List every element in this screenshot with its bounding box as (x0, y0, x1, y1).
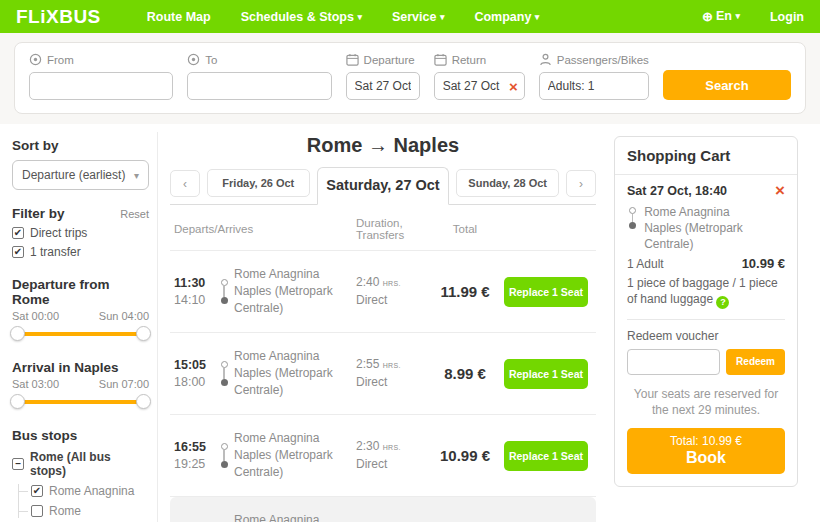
checkbox-checked-icon[interactable] (12, 246, 24, 258)
book-button[interactable]: Total: 10.99 € Book (627, 428, 785, 474)
replace-seat-button[interactable]: Replace 1 Seat (504, 441, 588, 471)
sort-select[interactable]: Departure (earliest) ▾ (12, 160, 149, 190)
trip-price: 8.99 € (426, 365, 504, 382)
route-line-icon (218, 279, 230, 304)
departure-date-input[interactable] (346, 72, 420, 100)
transfers: Direct (356, 292, 426, 309)
calendar-icon (346, 53, 359, 66)
departure-time-slider[interactable] (12, 326, 149, 342)
departure-slider-min: Sat 00:00 (12, 310, 59, 322)
route-line-icon (627, 207, 638, 252)
checkbox-indeterminate-icon[interactable] (12, 458, 24, 470)
to-input[interactable] (187, 72, 331, 100)
tab-saturday-27-oct[interactable]: Saturday, 27 Oct (317, 167, 450, 205)
content: Sort by Departure (earliest) ▾ Filter by… (0, 124, 820, 522)
passengers-input[interactable] (539, 72, 649, 100)
search-section: From To Departure Return × (0, 33, 820, 124)
departure-time: 15:05 (174, 357, 218, 374)
replace-seat-button[interactable]: Replace 1 Seat (504, 359, 588, 389)
duration: 2:55 (356, 357, 379, 371)
checkbox-checked-icon[interactable] (31, 485, 43, 497)
nav-service[interactable]: Service ▾ (392, 10, 445, 24)
return-label: Return (434, 53, 525, 66)
person-icon (539, 53, 552, 66)
slider-handle-left[interactable] (10, 326, 25, 341)
nav-company[interactable]: Company ▾ (474, 10, 539, 24)
passengers-label: Passengers/Bikes (539, 53, 649, 66)
cart-item-price: 10.99 € (742, 256, 785, 271)
slider-track (18, 332, 143, 336)
cart-to-stop: Naples (Metropark Centrale) (644, 220, 785, 252)
search-card: From To Departure Return × (14, 42, 806, 114)
trip-price: 10.99 € (426, 447, 504, 464)
book-label: Book (627, 449, 785, 467)
trip-row: 16:55 19:25 Rome Anagnina Naples (Metrop… (170, 415, 596, 497)
cart-passenger: 1 Adult (627, 257, 664, 271)
cart-total: Total: 10.99 € (627, 434, 785, 448)
tab-sunday-28-oct[interactable]: Sunday, 28 Oct (456, 169, 559, 197)
baggage-help-icon[interactable]: ? (716, 296, 729, 309)
nav-schedules-stops[interactable]: Schedules & Stops ▾ (241, 10, 362, 24)
departure-slider-title: Departure from Rome (12, 277, 149, 307)
replace-seat-button[interactable]: Replace 1 Seat (504, 277, 588, 307)
checkbox-checked-icon[interactable] (12, 227, 24, 239)
nav-route-map[interactable]: Route Map (147, 10, 211, 24)
redeem-button[interactable]: Redeem (726, 349, 785, 375)
trip-row-booked: 18:40 21:50 Rome Anagnina Naples (Metrop… (170, 497, 596, 522)
stop-rome[interactable]: Rome (19, 504, 149, 518)
hrs-unit: HRS. (383, 280, 401, 287)
arrival-time: 14:10 (174, 292, 218, 309)
next-day-button[interactable]: › (566, 170, 596, 197)
shopping-cart-title: Shopping Cart (615, 137, 797, 175)
checkbox-unchecked-icon[interactable] (31, 505, 43, 517)
slider-handle-right[interactable] (136, 394, 151, 409)
departure-label: Departure (346, 53, 420, 66)
transfers: Direct (356, 374, 426, 391)
arrival-time: 18:00 (174, 374, 218, 391)
arrival-time-slider[interactable] (12, 394, 149, 410)
transfers: Direct (356, 456, 426, 473)
from-stop: Rome Anagnina (234, 266, 356, 283)
arrival-time-filter: Arrival in Naples Sat 03:00 Sun 07:00 (12, 360, 149, 410)
prev-day-button[interactable]: ‹ (170, 170, 200, 197)
bus-stops-filter: Bus stops Rome (All bus stops) Rome Anag… (12, 428, 149, 522)
search-button[interactable]: Search (663, 70, 791, 100)
to-stop: Naples (Metropark Centrale) (234, 365, 356, 399)
shopping-cart-panel: Shopping Cart Sat 27 Oct, 18:40 × Rome A… (614, 132, 798, 522)
clear-return-icon[interactable]: × (509, 79, 518, 94)
reset-filters-link[interactable]: Reset (120, 208, 149, 220)
slider-handle-right[interactable] (136, 326, 151, 341)
tab-friday-26-oct[interactable]: Friday, 26 Oct (207, 169, 310, 197)
login-button[interactable]: Login (770, 10, 804, 24)
slider-handle-left[interactable] (10, 394, 25, 409)
flixbus-logo[interactable]: FLiXBUS (16, 6, 101, 28)
trip-row: 11:30 14:10 Rome Anagnina Naples (Metrop… (170, 251, 596, 333)
reservation-note: Your seats are reserved for the next 29 … (631, 386, 781, 418)
hrs-unit: HRS. (383, 362, 401, 369)
sort-selected-value: Departure (earliest) (22, 168, 125, 182)
filters-sidebar: Sort by Departure (earliest) ▾ Filter by… (12, 132, 158, 522)
voucher-input[interactable] (627, 349, 720, 375)
duration: 2:40 (356, 275, 379, 289)
arrival-slider-max: Sun 07:00 (99, 378, 149, 390)
results-column-headers: Departs/Arrives Duration, Transfers Tota… (170, 205, 596, 251)
from-input[interactable] (29, 72, 173, 100)
duration: 2:30 (356, 439, 379, 453)
stop-group-rome[interactable]: Rome (All bus stops) (12, 450, 149, 478)
language-selector[interactable]: ⊕En ▾ (702, 9, 740, 24)
chevron-down-icon: ▾ (440, 12, 445, 22)
to-stop: Naples (Metropark Centrale) (234, 283, 356, 317)
filter-one-transfer[interactable]: 1 transfer (12, 245, 149, 259)
filter-direct-trips[interactable]: Direct trips (12, 226, 149, 240)
col-total: Total (426, 223, 504, 235)
stop-rome-anagnina[interactable]: Rome Anagnina (19, 484, 149, 498)
trip-price: 11.99 € (426, 283, 504, 300)
from-stop: Rome Anagnina (234, 512, 356, 522)
results-panel: Rome → Naples ‹ Friday, 26 Oct Saturday,… (158, 132, 604, 522)
cart-item-datetime: Sat 27 Oct, 18:40 (627, 184, 727, 198)
redeem-voucher-label: Redeem voucher (627, 329, 785, 343)
filter-by-title: Filter by (12, 206, 65, 221)
main-nav: Route Map Schedules & Stops ▾ Service ▾ … (147, 10, 540, 24)
to-stop: Naples (Metropark Centrale) (234, 447, 356, 481)
remove-cart-item-icon[interactable]: × (775, 184, 785, 198)
